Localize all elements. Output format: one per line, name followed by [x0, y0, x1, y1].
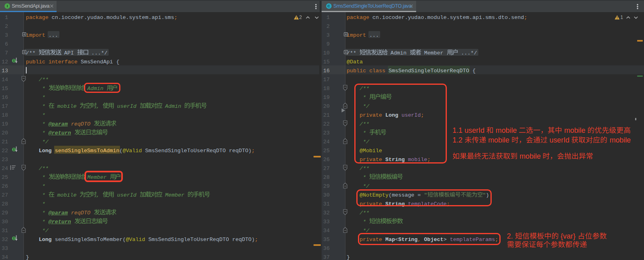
svg-text:I: I	[6, 4, 8, 8]
svg-text:C: C	[327, 4, 330, 8]
